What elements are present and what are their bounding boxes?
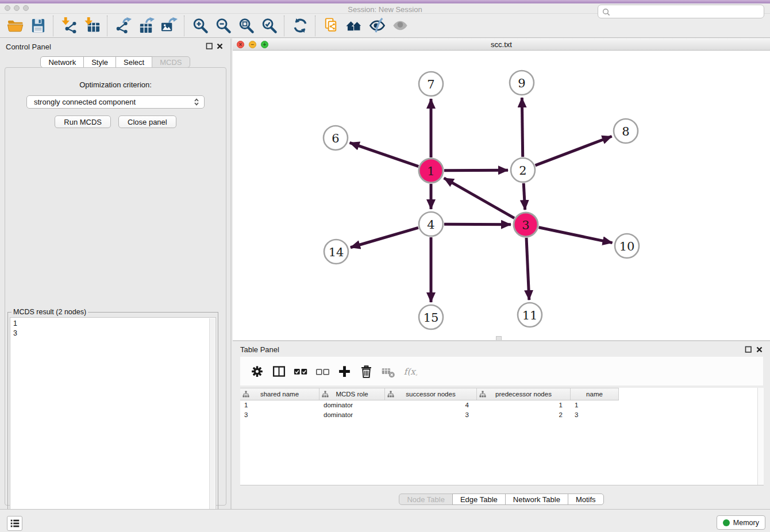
zoom-out-button[interactable] xyxy=(211,15,234,37)
table-tab-network-table[interactable]: Network Table xyxy=(505,494,568,505)
select-all-columns-button[interactable] xyxy=(294,364,308,379)
table-cell[interactable]: 2 xyxy=(477,410,571,420)
create-column-button[interactable] xyxy=(337,364,352,379)
network-window-titlebar[interactable]: × − + scc.txt xyxy=(233,38,770,51)
control-panel-title: Control Panel xyxy=(6,43,51,51)
column-header-successor-nodes[interactable]: successor nodes xyxy=(385,388,477,400)
import-network-button[interactable] xyxy=(57,15,80,37)
clone-network-button[interactable] xyxy=(319,15,342,37)
run-mcds-button[interactable]: Run MCDS xyxy=(55,115,111,128)
memory-status-icon xyxy=(723,519,730,526)
export-table-button[interactable] xyxy=(134,15,157,37)
tab-network[interactable]: Network xyxy=(40,56,84,68)
table-row[interactable]: 1dominator411 xyxy=(240,400,758,410)
table-panel-title: Table Panel xyxy=(240,345,279,354)
graph-node-label: 6 xyxy=(332,132,339,145)
graph-edge-2-3[interactable] xyxy=(523,183,525,210)
mcds-result-box[interactable]: 1 3 xyxy=(10,317,216,531)
table-tab-node-table[interactable]: Node Table xyxy=(399,494,453,505)
graph-edge-1-6[interactable] xyxy=(350,142,419,166)
network-canvas[interactable]: 7968124314101511 xyxy=(233,51,770,340)
table-tab-motifs[interactable]: Motifs xyxy=(568,494,604,505)
graph-edge-4-3[interactable] xyxy=(444,224,511,225)
network-graph: 7968124314101511 xyxy=(233,51,770,340)
column-label: shared name xyxy=(260,391,299,398)
column-header-shared-name[interactable]: shared name xyxy=(240,388,319,400)
table-toolbar: f(x) xyxy=(240,357,763,385)
table-cell[interactable]: 4 xyxy=(385,400,477,410)
memory-label: Memory xyxy=(733,519,759,527)
table-tab-edge-table[interactable]: Edge Table xyxy=(452,494,506,505)
graph-edge-2-9[interactable] xyxy=(522,98,522,157)
column-type-icon xyxy=(322,391,329,398)
mcds-result-group: MCDS result (2 nodes) 1 3 xyxy=(7,312,218,532)
open-file-button[interactable] xyxy=(3,15,26,37)
show-all-button[interactable] xyxy=(388,15,411,37)
column-header-name[interactable]: name xyxy=(571,388,619,400)
refresh-icon xyxy=(291,17,309,34)
close-panel-button[interactable]: Close panel xyxy=(118,115,176,128)
function-builder-button[interactable]: f(x) xyxy=(403,364,417,379)
log-console-button[interactable] xyxy=(7,516,22,531)
table-cell[interactable]: 3 xyxy=(571,410,619,420)
column-header-predecessor-nodes[interactable]: predecessor nodes xyxy=(477,388,571,400)
memory-button[interactable]: Memory xyxy=(717,515,765,530)
table-row[interactable]: 3dominator323 xyxy=(240,410,758,420)
graph-edge-3-1[interactable] xyxy=(444,178,514,218)
graph-edge-1-2[interactable] xyxy=(444,170,508,171)
table-panel: Table Panel f(x) shared nameMCDS rolesuc… xyxy=(233,341,770,509)
svg-text:f(x): f(x) xyxy=(404,366,417,376)
table-cell[interactable]: dominator xyxy=(319,410,385,420)
table-cell[interactable]: 1 xyxy=(477,400,571,410)
search-input[interactable] xyxy=(612,6,761,18)
show-column-panel-button[interactable] xyxy=(272,364,286,379)
graph-edge-4-14[interactable] xyxy=(351,228,418,247)
tab-select[interactable]: Select xyxy=(116,56,152,68)
table-options-button[interactable] xyxy=(250,364,264,379)
table-cell[interactable]: 1 xyxy=(571,400,619,410)
zoom-out-icon xyxy=(214,17,232,34)
close-table-panel-icon[interactable] xyxy=(756,346,763,353)
apply-layout-button[interactable] xyxy=(288,15,311,37)
optimization-criterion-select[interactable]: strongly connected component xyxy=(26,95,205,109)
column-header-MCDS-role[interactable]: MCDS role xyxy=(319,388,385,400)
toolbar-separator xyxy=(315,16,316,36)
close-panel-icon[interactable] xyxy=(216,43,224,50)
graph-edge-2-8[interactable] xyxy=(536,136,612,165)
export-network-button[interactable] xyxy=(111,15,134,37)
delete-columns-button[interactable] xyxy=(359,364,374,379)
float-table-panel-icon[interactable] xyxy=(745,346,752,353)
export-table-icon xyxy=(137,17,155,34)
tab-mcds[interactable]: MCDS xyxy=(152,56,190,68)
table-cell[interactable]: 3 xyxy=(240,410,319,420)
zoom-in-button[interactable] xyxy=(188,15,211,37)
hide-selected-button[interactable] xyxy=(365,15,388,37)
column-label: name xyxy=(586,391,603,398)
delete-table-button[interactable] xyxy=(381,364,395,379)
zoom-fit-button[interactable] xyxy=(234,15,257,37)
graph-node-label: 4 xyxy=(427,218,434,232)
table-cell[interactable]: dominator xyxy=(319,400,385,410)
graph-edge-3-11[interactable] xyxy=(526,238,529,300)
table-cell[interactable]: 1 xyxy=(240,400,319,410)
float-panel-icon[interactable] xyxy=(206,43,213,50)
graph-node-label: 7 xyxy=(427,78,434,91)
double-home-button[interactable] xyxy=(342,15,365,37)
import-table-button[interactable] xyxy=(80,15,103,37)
graph-edge-3-10[interactable] xyxy=(539,228,613,243)
result-scrollbar[interactable] xyxy=(209,318,215,530)
eye-icon xyxy=(391,17,409,34)
tab-style[interactable]: Style xyxy=(83,56,116,68)
table-cell[interactable]: 3 xyxy=(385,410,477,420)
table-scrollbar[interactable] xyxy=(757,388,764,485)
list-icon xyxy=(9,518,21,529)
optimization-criterion-label: Optimization criterion: xyxy=(5,80,226,89)
graph-node-label: 8 xyxy=(622,125,629,138)
deselect-all-columns-button[interactable] xyxy=(315,364,330,379)
export-image-button[interactable] xyxy=(157,15,180,37)
mcds-result-text: 1 3 xyxy=(10,318,215,340)
save-session-button[interactable] xyxy=(26,15,49,37)
zoom-selected-button[interactable] xyxy=(257,15,280,37)
search-box[interactable] xyxy=(598,5,764,18)
graph-node-label: 2 xyxy=(519,164,526,178)
